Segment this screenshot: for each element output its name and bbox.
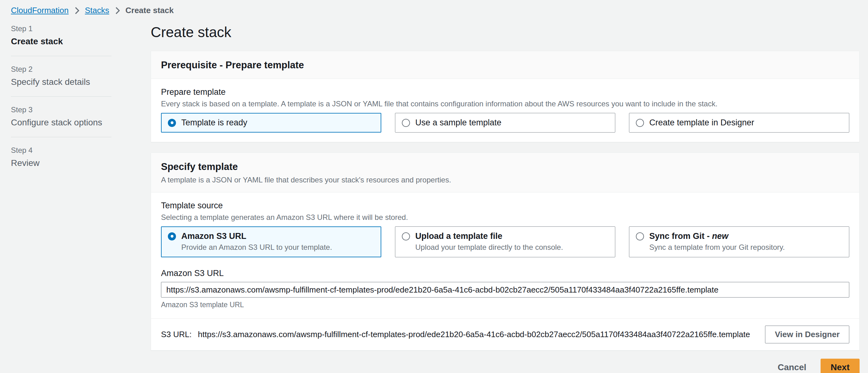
radio-selected-icon[interactable] <box>168 232 176 241</box>
sidebar-step-3-title[interactable]: Configure stack options <box>11 118 112 128</box>
main-content: Create stack Prerequisite - Prepare temp… <box>151 0 860 373</box>
s3-url-footer-value: https://s3.amazonaws.com/awsmp-fulfillme… <box>198 330 750 339</box>
radio-tile-label: Sync from Git - new <box>649 231 728 241</box>
sidebar-step-4-title[interactable]: Review <box>11 158 112 168</box>
step-divider <box>11 56 112 56</box>
radio-tile-description: Sync a template from your Git repository… <box>649 243 842 252</box>
new-badge-text: new <box>712 231 728 241</box>
radio-unselected-icon[interactable] <box>402 232 410 241</box>
step-divider <box>11 96 112 97</box>
breadcrumb-link-cloudformation[interactable]: CloudFormation <box>11 6 69 15</box>
radio-selected-icon[interactable] <box>168 119 176 127</box>
create-stack-page: CloudFormation Stacks Create stack Step … <box>0 0 868 373</box>
amazon-s3-url-helper: Amazon S3 template URL <box>161 301 849 309</box>
radio-tile-label: Upload a template file <box>415 231 502 241</box>
specify-template-panel-header: Specify template A template is a JSON or… <box>151 153 859 192</box>
sidebar-step-2: Step 2 Specify stack details <box>11 65 112 87</box>
template-source-label: Template source <box>161 201 849 211</box>
specify-template-panel-footer: S3 URL: https://s3.amazonaws.com/awsmp-f… <box>151 318 859 350</box>
specify-template-panel: Specify template A template is a JSON or… <box>151 153 860 350</box>
prerequisite-panel-title: Prerequisite - Prepare template <box>161 60 849 71</box>
cancel-button[interactable]: Cancel <box>777 363 806 372</box>
radio-tile-description: Upload your template directly to the con… <box>415 243 609 252</box>
radio-tile-label: Create template in Designer <box>649 118 754 128</box>
radio-unselected-icon[interactable] <box>636 119 644 127</box>
sidebar-step-1: Step 1 Create stack <box>11 24 112 46</box>
radio-unselected-icon[interactable] <box>636 232 644 241</box>
wizard-actions: Cancel Next <box>151 359 860 373</box>
step-number-label: Step 3 <box>11 105 112 114</box>
radio-tile-use-sample-template[interactable]: Use a sample template <box>395 113 615 132</box>
prerequisite-panel: Prerequisite - Prepare template Prepare … <box>151 51 860 142</box>
breadcrumb: CloudFormation Stacks Create stack <box>11 6 174 15</box>
step-divider <box>11 137 112 137</box>
view-in-designer-button[interactable]: View in Designer <box>765 325 849 343</box>
prepare-template-options: Template is ready Use a sample template … <box>161 113 849 132</box>
amazon-s3-url-label: Amazon S3 URL <box>161 269 849 278</box>
specify-template-panel-title: Specify template <box>161 161 849 173</box>
radio-tile-amazon-s3-url[interactable]: Amazon S3 URL Provide an Amazon S3 URL t… <box>161 226 381 257</box>
specify-template-panel-body: Template source Selecting a template gen… <box>151 192 859 318</box>
prepare-template-description: Every stack is based on a template. A te… <box>161 99 849 108</box>
page-title: Create stack <box>151 24 860 40</box>
radio-tile-top: Upload a template file <box>402 231 609 241</box>
breadcrumb-link-stacks[interactable]: Stacks <box>85 6 109 15</box>
radio-tile-label: Template is ready <box>181 118 247 128</box>
sidebar-step-4: Step 4 Review <box>11 146 112 168</box>
prerequisite-panel-body: Prepare template Every stack is based on… <box>151 79 859 142</box>
radio-tile-label: Use a sample template <box>415 118 501 128</box>
radio-tile-label: Amazon S3 URL <box>181 231 247 241</box>
radio-tile-sync-from-git[interactable]: Sync from Git - new Sync a template from… <box>629 226 849 257</box>
amazon-s3-url-input[interactable] <box>161 282 849 298</box>
template-source-description: Selecting a template generates an Amazon… <box>161 213 849 222</box>
breadcrumb-separator-icon <box>74 6 79 15</box>
sidebar-step-2-title[interactable]: Specify stack details <box>11 77 112 87</box>
sidebar-step-1-title[interactable]: Create stack <box>11 36 112 46</box>
radio-tile-create-template-in-designer[interactable]: Create template in Designer <box>629 113 849 132</box>
step-number-label: Step 2 <box>11 65 112 73</box>
radio-tile-description: Provide an Amazon S3 URL to your templat… <box>181 243 374 252</box>
specify-template-panel-subtitle: A template is a JSON or YAML file that d… <box>161 176 849 184</box>
s3-url-row: S3 URL: https://s3.amazonaws.com/awsmp-f… <box>161 330 750 339</box>
prepare-template-label: Prepare template <box>161 87 849 97</box>
breadcrumb-separator-icon <box>115 6 120 15</box>
template-source-options: Amazon S3 URL Provide an Amazon S3 URL t… <box>161 226 849 257</box>
prerequisite-panel-header: Prerequisite - Prepare template <box>151 51 859 79</box>
s3-url-footer-label: S3 URL: <box>161 330 192 339</box>
radio-unselected-icon[interactable] <box>402 119 410 127</box>
step-number-label: Step 1 <box>11 24 112 33</box>
radio-tile-top: Amazon S3 URL <box>168 231 374 241</box>
wizard-steps-sidebar: Step 1 Create stack Step 2 Specify stack… <box>11 24 112 168</box>
next-button[interactable]: Next <box>820 359 860 373</box>
radio-tile-template-is-ready[interactable]: Template is ready <box>161 113 381 132</box>
radio-tile-top: Sync from Git - new <box>636 231 842 241</box>
step-number-label: Step 4 <box>11 146 112 155</box>
sidebar-step-3: Step 3 Configure stack options <box>11 105 112 128</box>
radio-tile-upload-template-file[interactable]: Upload a template file Upload your templ… <box>395 226 615 257</box>
